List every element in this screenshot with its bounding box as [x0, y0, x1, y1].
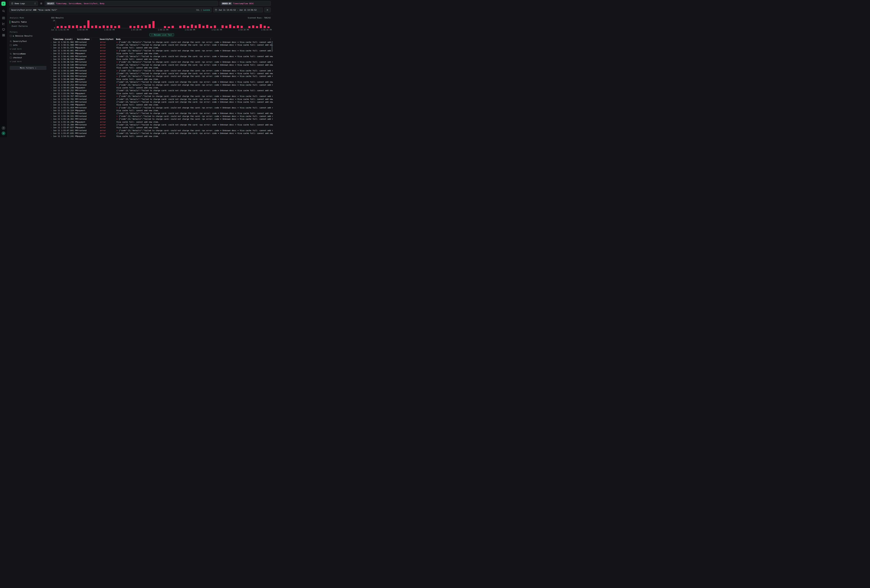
log-row[interactable]: ›Jun 11 1:54:52.241 PMpaymenterrorVisa c…: [51, 135, 273, 137]
filter-option-checkbox[interactable]: [10, 44, 12, 46]
row-expand-icon[interactable]: ›: [51, 47, 53, 49]
column-header-body[interactable]: Body: [116, 38, 273, 40]
more-filters-button[interactable]: More filters ∨: [10, 66, 46, 70]
table-options-icon[interactable]: ⋮: [270, 38, 271, 40]
row-expand-icon[interactable]: ›: [51, 41, 53, 43]
row-expand-icon[interactable]: ›: [51, 104, 53, 106]
load-more-severitytext[interactable]: ∨ Load more: [10, 48, 46, 50]
row-expand-icon[interactable]: ›: [51, 86, 53, 89]
row-expand-icon[interactable]: ›: [51, 52, 53, 55]
query-language-toggle[interactable]: SQL | Lucene: [196, 9, 210, 11]
row-expand-icon[interactable]: ›: [51, 58, 53, 60]
row-expand-icon[interactable]: ›: [51, 109, 53, 112]
row-expand-icon[interactable]: ›: [51, 75, 53, 77]
row-expand-icon[interactable]: ›: [51, 44, 53, 46]
row-expand-icon[interactable]: ›: [51, 67, 53, 69]
log-row[interactable]: ›Jun 11 1:56:38.542 PMfrontenderror×{"co…: [51, 61, 273, 64]
column-header-servicename[interactable]: ServiceName ⋮: [77, 38, 100, 40]
source-select[interactable]: Demo Logs: [9, 1, 38, 6]
dashboards-icon[interactable]: [1, 33, 6, 37]
saved-queries-icon[interactable]: [1, 16, 6, 20]
row-expand-icon[interactable]: ›: [51, 78, 53, 80]
log-row[interactable]: ›Jun 11 1:55:39.324 PMpaymenterrorVisa c…: [51, 109, 273, 112]
log-row[interactable]: ›Jun 11 1:56:32.848 PMfrontenderror{"cod…: [51, 72, 273, 75]
log-row[interactable]: ›Jun 11 1:56:03.248 PMpaymenterrorVisa c…: [51, 86, 273, 89]
resume-live-tail-button[interactable]: Resume Live Tail: [149, 33, 174, 36]
log-row[interactable]: ›Jun 11 1:55:51.448 PMpaymenterrorVisa c…: [51, 104, 273, 106]
user-avatar[interactable]: U: [1, 131, 5, 135]
row-expand-icon[interactable]: ›: [51, 118, 53, 120]
column-header-timestamp[interactable]: Timestamp (Local) ⋮: [53, 38, 77, 40]
log-row[interactable]: ›Jun 11 1:56:38.534 PMpaymenterrorVisa c…: [51, 58, 273, 61]
row-expand-icon[interactable]: ›: [51, 55, 53, 58]
row-expand-icon[interactable]: ›: [51, 70, 53, 72]
column-header-severitytext[interactable]: SeverityText: [100, 38, 116, 40]
row-expand-icon[interactable]: ›: [51, 95, 53, 97]
log-row[interactable]: ›Jun 11 1:55:16.296 PMpaymenterrorVisa c…: [51, 121, 273, 124]
log-row[interactable]: ›Jun 11 1:56:42.995 PMpaymenterrorVisa c…: [51, 52, 273, 55]
denoise-checkbox[interactable]: [10, 35, 12, 37]
language-lucene-option[interactable]: Lucene: [203, 9, 210, 11]
row-expand-icon[interactable]: ›: [51, 92, 53, 95]
log-row[interactable]: ›Jun 11 1:56:38.540 PMfrontenderror{"cod…: [51, 64, 273, 66]
row-expand-icon[interactable]: ›: [51, 130, 53, 132]
log-row[interactable]: ›Jun 11 1:56:32.849 PMfrontenderror×{"co…: [51, 69, 273, 72]
row-expand-icon[interactable]: ›: [51, 64, 53, 66]
log-row[interactable]: ›Jun 11 1:56:03.254 PMfrontenderror×{"co…: [51, 83, 273, 86]
row-expand-icon[interactable]: ›: [51, 115, 53, 118]
log-row[interactable]: ›Jun 11 1:56:51.975 PMpaymenterrorVisa c…: [51, 46, 273, 49]
row-expand-icon[interactable]: ›: [51, 72, 53, 74]
filter-option-checkbox[interactable]: [10, 57, 12, 59]
log-row[interactable]: ›Jun 11 1:55:39.330 PMfrontenderror{"cod…: [51, 112, 273, 115]
histogram-plot[interactable]: 24 0: [56, 20, 270, 28]
row-expand-icon[interactable]: ›: [51, 121, 53, 123]
row-expand-icon[interactable]: ›: [51, 127, 53, 129]
row-expand-icon[interactable]: ›: [51, 98, 53, 100]
log-row[interactable]: ›Jun 11 1:56:03.252 PMfrontenderror{"cod…: [51, 89, 273, 92]
select-query-input[interactable]: SELECT Timestamp, ServiceName, SeverityT…: [45, 1, 218, 6]
log-row[interactable]: ›Jun 11 1:56:51.982 PMfrontenderror×{"co…: [51, 41, 273, 43]
filter-option-info[interactable]: info: [10, 44, 46, 46]
row-expand-icon[interactable]: ›: [51, 81, 53, 83]
run-query-button[interactable]: [264, 7, 271, 12]
log-row[interactable]: ›Jun 11 1:56:08.955 PMfrontenderror{"cod…: [51, 80, 273, 83]
row-expand-icon[interactable]: ›: [51, 84, 53, 86]
log-row[interactable]: ›Jun 11 1:55:16.300 PMfrontenderror{"cod…: [51, 124, 273, 126]
log-row[interactable]: ›Jun 11 1:56:42.999 PMfrontenderror{"cod…: [51, 55, 273, 58]
app-logo[interactable]: [1, 1, 6, 6]
log-row[interactable]: ›Jun 11 1:56:51.980 PMfrontenderror{"cod…: [51, 43, 273, 46]
log-row[interactable]: ›Jun 11 1:55:39.331 PMfrontenderror×{"co…: [51, 115, 273, 118]
column-menu-icon[interactable]: ⋮: [91, 38, 92, 40]
mode-results-table[interactable]: Results Table: [10, 21, 46, 24]
log-row[interactable]: ›Jun 11 1:56:43.001 PMfrontenderror×{"co…: [51, 49, 273, 52]
row-expand-icon[interactable]: ›: [51, 89, 53, 92]
help-button[interactable]: ?: [1, 126, 5, 130]
row-expand-icon[interactable]: ›: [51, 132, 53, 134]
log-row[interactable]: ›Jun 11 1:55:59.760 PMpaymenterrorVisa c…: [51, 92, 273, 95]
search-icon[interactable]: [1, 9, 6, 13]
log-row[interactable]: ›Jun 11 1:55:51.454 PMfrontenderror×{"co…: [51, 106, 273, 109]
log-row[interactable]: ›Jun 11 1:55:51.452 PMfrontenderror{"cod…: [51, 101, 273, 103]
log-row[interactable]: ›Jun 11 1:55:59.767 PMfrontenderror×{"co…: [51, 95, 273, 98]
source-settings-button[interactable]: [39, 2, 43, 5]
order-by-input[interactable]: ORDER BY TimestampTime DESC: [220, 1, 271, 6]
log-row[interactable]: ›Jun 11 1:56:32.843 PMpaymenterrorVisa c…: [51, 67, 273, 69]
load-more-servicename[interactable]: ∨ Load more: [10, 60, 46, 63]
search-input[interactable]: SeverityText:error AND "Visa cache full"…: [9, 7, 212, 12]
log-row[interactable]: ›Jun 11 1:55:16.302 PMfrontenderror×{"co…: [51, 118, 273, 121]
filter-group-servicename[interactable]: ServiceName: [10, 53, 46, 55]
filter-option-checkout[interactable]: checkout: [10, 57, 46, 59]
sessions-icon[interactable]: [1, 27, 6, 31]
filter-group-severitytext[interactable]: SeverityText: [10, 40, 46, 42]
log-row[interactable]: ›Jun 11 1:55:07.841 PMfrontenderror×{"co…: [51, 129, 273, 132]
row-expand-icon[interactable]: ›: [51, 107, 53, 109]
row-expand-icon[interactable]: ›: [51, 61, 53, 63]
log-row[interactable]: ›Jun 11 1:56:08.948 PMpaymenterrorVisa c…: [51, 78, 273, 80]
row-expand-icon[interactable]: ›: [51, 49, 53, 52]
row-expand-icon[interactable]: ›: [51, 112, 53, 115]
time-range-picker[interactable]: Jun 11 13:41:52 - Jun 11 13:56:52: [213, 7, 263, 12]
log-row[interactable]: ›Jun 11 1:55:07.835 PMfrontenderror{"cod…: [51, 132, 273, 135]
row-expand-icon[interactable]: ›: [51, 124, 53, 126]
row-expand-icon[interactable]: ›: [51, 135, 53, 137]
mode-event-patterns[interactable]: Event Patterns: [10, 25, 46, 28]
